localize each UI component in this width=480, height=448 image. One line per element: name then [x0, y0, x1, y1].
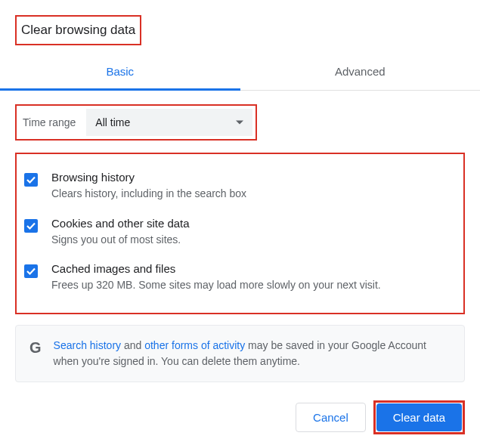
cancel-button[interactable]: Cancel [296, 403, 366, 432]
time-range-row: Time range All time [15, 104, 257, 141]
check-icon [26, 266, 36, 277]
checkbox-cached[interactable] [24, 264, 38, 278]
option-browsing-history: Browsing history Clears history, includi… [20, 163, 457, 209]
option-text: Cached images and files Frees up 320 MB.… [51, 262, 453, 293]
check-icon [26, 221, 36, 231]
option-desc: Signs you out of most sites. [51, 233, 453, 248]
time-range-value: All time [95, 116, 130, 128]
option-text: Cookies and other site data Signs you ou… [51, 217, 453, 248]
other-activity-link[interactable]: other forms of activity [144, 339, 245, 351]
dialog-title: Clear browsing data [15, 15, 141, 45]
option-title: Browsing history [51, 171, 453, 184]
tabs: Basic Advanced [0, 54, 480, 91]
clear-data-button[interactable]: Clear data [376, 403, 462, 431]
info-box: G Search history and other forms of acti… [15, 325, 465, 382]
chevron-down-icon [236, 121, 243, 125]
checkbox-browsing-history[interactable] [24, 173, 38, 187]
tab-basic[interactable]: Basic [0, 54, 240, 91]
google-icon: G [29, 339, 42, 357]
tab-advanced[interactable]: Advanced [240, 54, 481, 90]
option-cached: Cached images and files Frees up 320 MB.… [20, 255, 457, 301]
options-list: Browsing history Clears history, includi… [15, 153, 465, 314]
option-text: Browsing history Clears history, includi… [51, 171, 453, 202]
option-cookies: Cookies and other site data Signs you ou… [20, 209, 457, 255]
clear-data-highlight: Clear data [373, 400, 465, 434]
time-range-label: Time range [20, 116, 76, 128]
option-desc: Clears history, including in the search … [51, 187, 453, 202]
option-title: Cached images and files [51, 262, 453, 275]
dialog-footer: Cancel Clear data [296, 400, 465, 434]
check-icon [26, 175, 36, 185]
time-range-select[interactable]: All time [86, 109, 252, 136]
checkbox-cookies[interactable] [24, 219, 38, 233]
clear-browsing-data-dialog: Clear browsing data Basic Advanced Time … [0, 0, 480, 382]
search-history-link[interactable]: Search history [54, 339, 121, 351]
option-title: Cookies and other site data [51, 217, 453, 230]
option-desc: Frees up 320 MB. Some sites may load mor… [51, 278, 453, 293]
info-text: Search history and other forms of activi… [54, 338, 451, 369]
